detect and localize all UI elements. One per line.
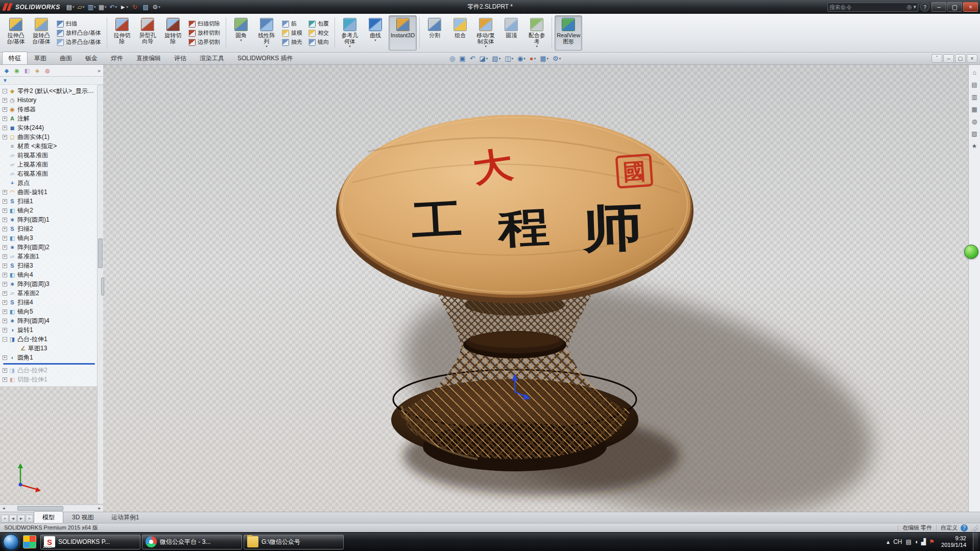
- design-library-icon[interactable]: ▤: [970, 81, 979, 89]
- expand-toggle[interactable]: −: [3, 89, 7, 93]
- tree-item[interactable]: +◨凸台-拉伸2: [0, 366, 98, 375]
- select-icon[interactable]: ►▾: [119, 2, 129, 12]
- tab-weldments[interactable]: 焊件: [104, 52, 130, 64]
- expand-toggle[interactable]: +: [3, 328, 7, 332]
- instant3d-button[interactable]: Instant3D: [389, 15, 417, 51]
- undo-icon[interactable]: ↶▾: [108, 2, 118, 12]
- shell-button[interactable]: 抽壳: [281, 38, 304, 46]
- expand-toggle[interactable]: +: [3, 98, 7, 103]
- expand-toggle[interactable]: +: [3, 135, 7, 139]
- boundary-cut-button[interactable]: 边界切割: [187, 38, 222, 46]
- status-help-icon[interactable]: ?: [961, 524, 968, 532]
- combine-button[interactable]: 组合: [448, 15, 472, 51]
- help-button[interactable]: ?: [920, 3, 929, 12]
- expand-toggle[interactable]: +: [3, 126, 7, 130]
- tree-item[interactable]: ▱右视基准面: [0, 169, 98, 178]
- extruded-boss-button[interactable]: 拉伸凸 台/基体: [4, 15, 28, 51]
- tree-item[interactable]: +▱基准面2: [0, 289, 98, 298]
- scroll-left-button[interactable]: ◄: [9, 515, 17, 522]
- dropdown-arrow-icon[interactable]: ▾: [523, 57, 525, 61]
- taskbar-browser-button[interactable]: 微信公众平台 - 3...: [142, 535, 242, 549]
- save-icon[interactable]: ▥▾: [87, 2, 97, 12]
- options-icon[interactable]: ⚙▾: [151, 2, 161, 12]
- split-button[interactable]: 分割: [422, 15, 447, 51]
- dropdown-arrow-icon[interactable]: ▾: [511, 57, 513, 61]
- dropdown-arrow-icon[interactable]: ▾: [534, 57, 536, 61]
- dropdown-arrow-icon[interactable]: ▾: [485, 44, 487, 49]
- scroll-last-button[interactable]: »: [26, 515, 33, 522]
- move-copy-body-button[interactable]: 移动/复 制实体▾: [473, 15, 498, 51]
- tree-item[interactable]: +◼实体(244): [0, 123, 98, 132]
- open-file-icon[interactable]: ▱▾: [76, 2, 86, 12]
- command-search[interactable]: ◎ ▾: [827, 3, 918, 12]
- extruded-cut-button[interactable]: 拉伸切 除: [110, 15, 134, 51]
- taskbar-explorer-button[interactable]: G:\微信公众号: [244, 535, 344, 549]
- start-button[interactable]: [3, 534, 19, 550]
- zoom-area-icon[interactable]: ▣: [458, 54, 466, 63]
- dropdown-arrow-icon[interactable]: ▾: [83, 5, 85, 9]
- expand-toggle[interactable]: +: [3, 263, 7, 268]
- expand-toggle[interactable]: +: [3, 368, 7, 373]
- dropdown-arrow-icon[interactable]: ▾: [499, 57, 501, 61]
- tree-item[interactable]: +◧镜向2: [0, 206, 98, 215]
- panel-splitter-handle[interactable]: [101, 277, 104, 296]
- expand-toggle[interactable]: +: [3, 291, 7, 296]
- dropdown-arrow-icon[interactable]: ▾: [158, 5, 160, 9]
- ime-language-indicator[interactable]: CH: [893, 538, 902, 545]
- model-tab[interactable]: 模型: [34, 511, 63, 523]
- dropdown-arrow-icon[interactable]: ▾: [559, 57, 561, 61]
- dropdown-arrow-icon[interactable]: ▾: [115, 5, 117, 9]
- view-orientation-icon[interactable]: ▧▾: [491, 54, 501, 63]
- expand-toggle[interactable]: +: [3, 107, 7, 112]
- tree-item[interactable]: +◻曲面实体(1): [0, 132, 98, 141]
- volume-icon[interactable]: ◖: [915, 538, 918, 545]
- status-custom-button[interactable]: 自定义: [941, 524, 958, 532]
- previous-view-icon[interactable]: ↶: [469, 54, 476, 63]
- expand-toggle[interactable]: +: [3, 190, 7, 195]
- tree-item[interactable]: +▱基准面1: [0, 252, 98, 261]
- expand-toggle[interactable]: −: [3, 337, 7, 342]
- expand-toggle[interactable]: +: [3, 319, 7, 323]
- rollback-bar[interactable]: [3, 363, 95, 365]
- show-desktop-button[interactable]: [973, 533, 978, 551]
- scrollbar-thumb[interactable]: [98, 238, 103, 268]
- print-icon[interactable]: ▦▾: [98, 2, 108, 12]
- expand-toggle[interactable]: +: [3, 309, 7, 314]
- expand-toggle[interactable]: +: [3, 236, 7, 241]
- tree-item[interactable]: ∠草图13: [0, 344, 98, 353]
- draft-button[interactable]: 拔模: [281, 29, 304, 37]
- expand-toggle[interactable]: +: [3, 355, 7, 360]
- action-center-icon[interactable]: ⚑: [929, 538, 935, 545]
- fillet-button[interactable]: 圆角▾: [229, 15, 253, 51]
- expand-toggle[interactable]: +: [3, 199, 7, 204]
- tree-item[interactable]: ▱上视基准面: [0, 160, 98, 169]
- tree-item[interactable]: +∗阵列(圆周)1: [0, 215, 98, 224]
- tree-horizontal-scrollbar[interactable]: ◄ ►: [0, 505, 103, 512]
- edit-color-icon[interactable]: ▧: [140, 2, 151, 12]
- tab-features[interactable]: 特征: [2, 52, 28, 64]
- expand-toggle[interactable]: +: [3, 245, 7, 250]
- tree-item[interactable]: +◗圆角1: [0, 353, 98, 362]
- tree-item[interactable]: +A注解: [0, 114, 98, 123]
- tree-item[interactable]: −◨凸台-拉伸1: [0, 334, 98, 344]
- hole-wizard-button[interactable]: 异型孔 向导: [135, 15, 160, 51]
- search-icon[interactable]: ◎: [907, 4, 912, 10]
- expand-toggle[interactable]: +: [3, 273, 7, 277]
- dropdown-arrow-icon[interactable]: ▾: [94, 5, 96, 9]
- keyboard-icon[interactable]: ▤: [905, 538, 911, 545]
- close-doc-button[interactable]: ×: [967, 54, 977, 63]
- propertymanager-tab-icon[interactable]: ◉: [13, 66, 21, 75]
- new-file-icon[interactable]: ▤▾: [65, 2, 76, 12]
- motion-study-tab[interactable]: 运动算例1: [103, 511, 148, 523]
- view-settings-icon[interactable]: ⚙▾: [552, 54, 562, 63]
- network-icon[interactable]: ▟: [921, 538, 926, 545]
- apply-scene-icon[interactable]: ▦▾: [539, 54, 549, 63]
- scroll-first-button[interactable]: «: [1, 515, 9, 522]
- dropdown-arrow-icon[interactable]: ▾: [266, 44, 268, 49]
- resources-home-icon[interactable]: ⌂: [970, 68, 979, 77]
- minimize-button[interactable]: –: [931, 2, 946, 12]
- reference-geometry-button[interactable]: 参考几 何体▾: [338, 15, 362, 51]
- hide-show-items-icon[interactable]: ◉▾: [516, 54, 527, 63]
- dropdown-arrow-icon[interactable]: ▾: [127, 5, 129, 9]
- expand-toggle[interactable]: +: [3, 116, 7, 121]
